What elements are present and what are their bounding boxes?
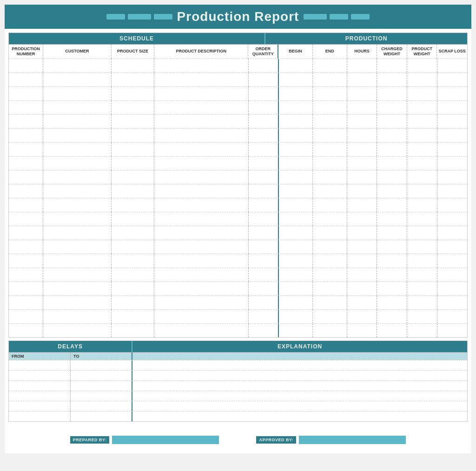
cell-product-weight[interactable] [407,240,437,254]
cell-prod-desc[interactable] [154,143,249,156]
delays-to-cell[interactable] [71,360,132,370]
cell-prod-num[interactable] [9,296,43,309]
cell-end[interactable] [313,212,347,226]
cell-order-qty[interactable] [249,212,279,226]
cell-customer[interactable] [43,296,112,309]
cell-prod-desc[interactable] [154,59,249,72]
cell-charged-weight[interactable] [377,73,407,86]
cell-begin[interactable] [279,157,313,170]
table-row[interactable] [9,295,467,309]
cell-scrap-loss[interactable] [437,143,467,156]
table-row[interactable] [9,86,467,100]
cell-prod-size[interactable] [112,198,154,212]
cell-begin[interactable] [279,184,313,198]
cell-hours[interactable] [347,184,377,198]
cell-prod-num[interactable] [9,170,43,184]
cell-prod-desc[interactable] [154,184,249,198]
cell-scrap-loss[interactable] [437,282,467,295]
cell-scrap-loss[interactable] [437,310,467,323]
cell-prod-size[interactable] [112,73,154,86]
cell-begin[interactable] [279,129,313,142]
cell-prod-num[interactable] [9,157,43,170]
cell-product-weight[interactable] [407,324,437,337]
table-row[interactable] [9,72,467,86]
delays-from-cell[interactable] [9,360,71,370]
cell-order-qty[interactable] [249,143,279,156]
delays-from-cell[interactable] [9,401,71,411]
delays-row[interactable] [9,411,467,421]
cell-charged-weight[interactable] [377,170,407,184]
delays-explanation-cell[interactable] [132,371,467,380]
cell-prod-desc[interactable] [154,157,249,170]
cell-begin[interactable] [279,101,313,114]
cell-prod-desc[interactable] [154,101,249,114]
cell-prod-num[interactable] [9,143,43,156]
cell-hours[interactable] [347,310,377,323]
cell-prod-size[interactable] [112,143,154,156]
cell-product-weight[interactable] [407,101,437,114]
table-row[interactable] [9,184,467,198]
cell-scrap-loss[interactable] [437,87,467,100]
table-row[interactable] [9,254,467,268]
cell-end[interactable] [313,170,347,184]
cell-charged-weight[interactable] [377,59,407,72]
cell-end[interactable] [313,240,347,254]
cell-prod-size[interactable] [112,282,154,295]
cell-customer[interactable] [43,310,112,323]
cell-begin[interactable] [279,226,313,240]
cell-prod-num[interactable] [9,59,43,72]
delays-from-cell[interactable] [9,371,71,380]
cell-begin[interactable] [279,240,313,254]
delays-explanation-cell[interactable] [132,360,467,370]
cell-prod-size[interactable] [112,296,154,309]
cell-begin[interactable] [279,282,313,295]
cell-prod-desc[interactable] [154,296,249,309]
cell-product-weight[interactable] [407,143,437,156]
cell-prod-size[interactable] [112,268,154,281]
table-row[interactable] [9,226,467,240]
cell-customer[interactable] [43,282,112,295]
cell-end[interactable] [313,254,347,268]
cell-order-qty[interactable] [249,101,279,114]
cell-product-weight[interactable] [407,115,437,128]
cell-prod-desc[interactable] [154,129,249,142]
cell-prod-num[interactable] [9,115,43,128]
cell-product-weight[interactable] [407,282,437,295]
cell-prod-num[interactable] [9,324,43,337]
cell-charged-weight[interactable] [377,198,407,212]
delays-row[interactable] [9,391,467,401]
cell-prod-size[interactable] [112,101,154,114]
cell-customer[interactable] [43,240,112,254]
cell-prod-size[interactable] [112,226,154,240]
cell-prod-desc[interactable] [154,282,249,295]
cell-end[interactable] [313,268,347,281]
cell-end[interactable] [313,198,347,212]
cell-charged-weight[interactable] [377,212,407,226]
cell-product-weight[interactable] [407,170,437,184]
cell-prod-desc[interactable] [154,198,249,212]
cell-begin[interactable] [279,212,313,226]
cell-scrap-loss[interactable] [437,59,467,72]
cell-product-weight[interactable] [407,129,437,142]
cell-prod-num[interactable] [9,310,43,323]
cell-prod-desc[interactable] [154,115,249,128]
cell-scrap-loss[interactable] [437,212,467,226]
cell-customer[interactable] [43,170,112,184]
cell-prod-num[interactable] [9,184,43,198]
cell-prod-size[interactable] [112,87,154,100]
cell-prod-desc[interactable] [154,240,249,254]
cell-order-qty[interactable] [249,324,279,337]
cell-customer[interactable] [43,73,112,86]
table-row[interactable] [9,100,467,114]
cell-scrap-loss[interactable] [437,268,467,281]
table-row[interactable] [9,156,467,170]
cell-scrap-loss[interactable] [437,73,467,86]
cell-prod-num[interactable] [9,101,43,114]
cell-charged-weight[interactable] [377,310,407,323]
cell-prod-num[interactable] [9,129,43,142]
cell-product-weight[interactable] [407,212,437,226]
cell-prod-desc[interactable] [154,170,249,184]
cell-hours[interactable] [347,73,377,86]
cell-prod-size[interactable] [112,310,154,323]
cell-begin[interactable] [279,143,313,156]
